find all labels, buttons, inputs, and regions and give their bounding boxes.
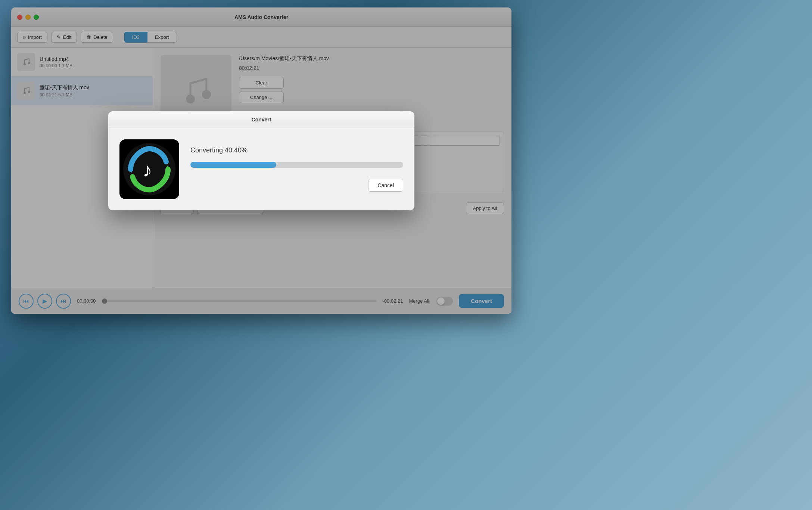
modal-overlay: Convert ♪ xyxy=(11,7,511,314)
app-icon-svg: ♪ xyxy=(123,143,175,195)
convert-modal: Convert ♪ xyxy=(108,111,414,210)
main-window: AMS Audio Converter ⎋ Import ✎ Edit 🗑 De… xyxy=(11,7,511,314)
cancel-button[interactable]: Cancel xyxy=(368,179,403,192)
svg-text:♪: ♪ xyxy=(143,159,152,181)
app-icon: ♪ xyxy=(119,139,179,199)
progress-bar-fill xyxy=(190,162,276,168)
modal-content: Converting 40.40% Cancel xyxy=(190,146,403,192)
converting-text: Converting 40.40% xyxy=(190,146,403,154)
progress-bar-track xyxy=(190,162,403,168)
modal-title: Convert xyxy=(108,111,414,128)
modal-body: ♪ Converting 40.40% Cancel xyxy=(108,128,414,210)
